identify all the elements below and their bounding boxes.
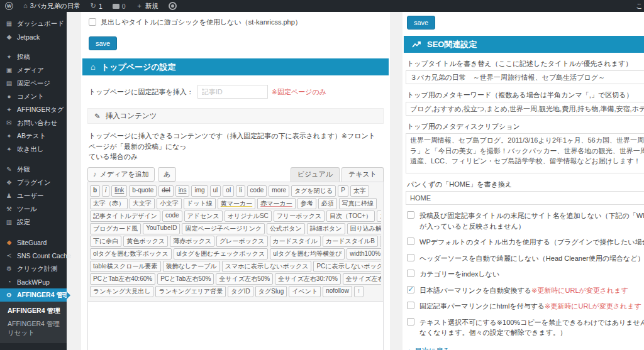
- quicktag-button-ins[interactable]: ins: [175, 185, 190, 197]
- back-to-toc-link[interactable]: 目次に戻る: [415, 346, 450, 350]
- quicktag-button-回り込み解除[interactable]: 回り込み解除: [347, 223, 381, 234]
- add-media-button[interactable]: ♪ メディアを追加: [87, 167, 155, 182]
- quicktag-button-del[interactable]: del: [158, 185, 173, 197]
- meta-keywords-input[interactable]: [406, 102, 644, 116]
- sidebar-item-ユーザー[interactable]: ♟ユーザー: [0, 189, 67, 202]
- text-editor-area[interactable]: [87, 302, 384, 350]
- quicktag-button-黄マーカー[interactable]: 黄マーカー: [218, 198, 255, 209]
- sidebar-item-SNS Count Cache[interactable]: ≺SNS Count Cache: [0, 249, 67, 262]
- sidebar-item-Jetpack[interactable]: ◆Jetpack: [0, 30, 67, 43]
- quicktag-button-フリーボックス[interactable]: フリーボックス: [274, 211, 325, 222]
- quicktag-button-ランキングエリア背景[interactable]: ランキングエリア背景: [155, 286, 226, 297]
- quicktag-button-固定ページ子ページリンク[interactable]: 固定ページ子ページリンク: [182, 223, 265, 234]
- quicktag-button-全サイズ左右30:70%[interactable]: 全サイズ左右30:70%: [275, 273, 341, 285]
- quicktag-button-タグSlug[interactable]: タグSlug: [255, 286, 287, 297]
- quicktag-button-PCに表示しないボックス[interactable]: PCに表示しないボックス: [313, 261, 381, 272]
- sidebar-item-メディア[interactable]: ▣メディア: [0, 63, 67, 77]
- sidebar-item-BackWPup[interactable]: ◔BackWPup: [0, 275, 67, 288]
- checkbox[interactable]: [407, 318, 414, 325]
- sidebar-item-お問い合わせ[interactable]: ✉お問い合わせ: [0, 116, 67, 129]
- sidebar-item-設定[interactable]: ▥設定: [0, 216, 67, 229]
- new-content-button[interactable]: ＋ 新規: [131, 0, 164, 12]
- quicktag-button-公式ボタン[interactable]: 公式ボタン: [267, 223, 305, 234]
- quicktag-button-赤マーカー[interactable]: 赤マーカー: [257, 198, 295, 209]
- quicktag-button-code[interactable]: code: [162, 211, 182, 222]
- quicktag-button-下に余白[interactable]: 下に余白: [90, 236, 121, 247]
- quicktag-button-必須[interactable]: 必須: [318, 198, 337, 209]
- quicktag-button-写真に枠線[interactable]: 写真に枠線: [339, 198, 377, 209]
- quicktag-button-PCとTab左右40:60%[interactable]: PCとTab左右40:60%: [90, 273, 155, 285]
- sidebar-item-吹き出し[interactable]: ✦吹き出し: [0, 143, 67, 156]
- quicktag-button-アドセンス[interactable]: アドセンス: [184, 211, 223, 222]
- quicktag-button-link[interactable]: link: [111, 185, 127, 197]
- quicktag-button-小文字[interactable]: 小文字: [157, 198, 182, 209]
- quicktag-button-グレーボックス[interactable]: グレーボックス: [216, 236, 267, 247]
- quicktag-button-nofollow[interactable]: nofollow: [323, 286, 352, 297]
- site-home-link[interactable]: ⌂ 3バカ兄弟の日常: [18, 0, 86, 12]
- checkbox[interactable]: [407, 254, 414, 261]
- breadcrumb-home-input[interactable]: [406, 191, 644, 205]
- quicktag-button-記事タイトルデザイン[interactable]: 記事タイトルデザイン: [90, 211, 160, 222]
- quicktag-button-全サイズ左右free%[interactable]: 全サイズ左右free%: [343, 273, 381, 285]
- sidebar-item-ダッシュボード[interactable]: ▦ダッシュボード: [0, 17, 67, 30]
- sidebar-item-ツール[interactable]: ⚒ツール: [0, 202, 67, 216]
- quicktag-button-b-quote[interactable]: b-quote: [129, 185, 157, 197]
- updates-indicator[interactable]: ↻ 1: [86, 0, 108, 12]
- quicktag-button-P[interactable]: P: [338, 185, 348, 197]
- quicktag-button-カードスタイルB[interactable]: カードスタイルB: [323, 236, 378, 247]
- top-title-input[interactable]: [406, 70, 644, 84]
- quicktag-button-ブログカード風[interactable]: ブログカード風: [90, 223, 141, 234]
- sidebar-item-固定ページ[interactable]: ▤固定ページ: [0, 77, 67, 90]
- meta-description-textarea[interactable]: 世界一周情報、セブ島ブログ。2011/3/16より2年1ヶ月、56カ国、世界一周…: [406, 133, 644, 173]
- quicktag-button-b[interactable]: b: [90, 185, 100, 197]
- quicktag-button-width100%リセット[interactable]: width100%リセット: [347, 248, 381, 260]
- tab-visual[interactable]: ビジュアル: [291, 167, 340, 182]
- quicktag-button-ドット線[interactable]: ドット線: [184, 198, 216, 209]
- sidebar-item-プラグイン[interactable]: ❖プラグイン: [0, 176, 67, 189]
- quicktag-button-参考[interactable]: 参考: [297, 198, 316, 209]
- sidebar-item-外観[interactable]: ✎外観: [0, 163, 67, 176]
- yugothic-checkbox[interactable]: [89, 18, 96, 26]
- quicktag-button-目次（TOC+）[interactable]: 目次（TOC+）: [326, 211, 375, 222]
- wordpress-logo-menu[interactable]: W: [0, 0, 18, 12]
- quicktag-button-詳細ボタン[interactable]: 詳細ボタン: [307, 223, 345, 234]
- sidebar-item-クリック計測[interactable]: ⚙クリック計測: [0, 262, 67, 275]
- quicktag-button-薄赤ボックス[interactable]: 薄赤ボックス: [170, 236, 214, 247]
- quicktag-button-タグを閉じる[interactable]: タグを閉じる: [291, 185, 336, 197]
- quicktag-button-i[interactable]: i: [102, 185, 109, 197]
- quicktag-button-オリジナルSC[interactable]: オリジナルSC: [225, 211, 272, 222]
- sidebar-item-SiteGuard[interactable]: ◆SiteGuard: [0, 236, 67, 249]
- quicktag-button-↑[interactable]: ↑: [354, 286, 364, 297]
- quicktag-button-PCとTab左右50%[interactable]: PCとTab左右50%: [157, 273, 214, 285]
- checkbox[interactable]: [407, 238, 414, 245]
- quicktag-button-装飾なしテーブル[interactable]: 装飾なしテーブル: [163, 261, 220, 272]
- sidebar-item-AFFINGER4 管理[interactable]: ⚙AFFINGER4 管理: [0, 288, 67, 302]
- quicktag-button-li[interactable]: li: [236, 185, 245, 197]
- quicktag-button-太字[interactable]: 太字: [350, 185, 369, 197]
- quicktag-button-img[interactable]: img: [191, 185, 208, 197]
- comments-indicator[interactable]: 0: [108, 0, 131, 12]
- sidebar-item-投稿[interactable]: ✦投稿: [0, 50, 67, 63]
- quicktag-button-ランキング大見出し[interactable]: ランキング大見出し: [90, 286, 153, 297]
- quicktag-button-スマホに表示しないボックス[interactable]: スマホに表示しないボックス: [222, 261, 312, 272]
- checkbox[interactable]: [407, 211, 414, 219]
- quicktag-button-全サイズ左右50%[interactable]: 全サイズ左右50%: [216, 273, 273, 285]
- quicktag-button-olタグを囲む数字ボックス[interactable]: olタグを囲む数字ボックス: [90, 248, 172, 260]
- quicktag-button-タグID[interactable]: タグID: [228, 286, 253, 297]
- sidebar-item-コメント[interactable]: ●コメント: [0, 90, 67, 103]
- quicktag-button-more[interactable]: more: [269, 185, 289, 197]
- tab-text[interactable]: テキスト: [341, 167, 384, 182]
- submenu-item-AFFINGER4 管理[interactable]: AFFINGER4 管理: [0, 304, 67, 317]
- quicktag-button-太字（赤）[interactable]: 太字（赤）: [90, 198, 128, 209]
- quicktag-button-カードスタイル[interactable]: カードスタイル: [270, 236, 321, 247]
- sidebar-item-ABテスト[interactable]: ✦ABテスト: [0, 129, 67, 143]
- plugin-circle-menu[interactable]: [164, 0, 182, 12]
- save-button[interactable]: save: [89, 36, 117, 50]
- submenu-item-AFFINGER4 管理リセット[interactable]: AFFINGER4 管理リセット: [0, 317, 67, 339]
- quicktag-button-黄色ボックス[interactable]: 黄色ボックス: [123, 236, 168, 247]
- quicktag-button-大文字[interactable]: 大文字: [130, 198, 155, 209]
- a-quicktag-button[interactable]: あ: [158, 167, 176, 182]
- quicktag-button-ul[interactable]: ul: [210, 185, 221, 197]
- quicktag-button-YouTubeID[interactable]: YouTubeID: [143, 223, 180, 234]
- checkbox[interactable]: [407, 270, 414, 277]
